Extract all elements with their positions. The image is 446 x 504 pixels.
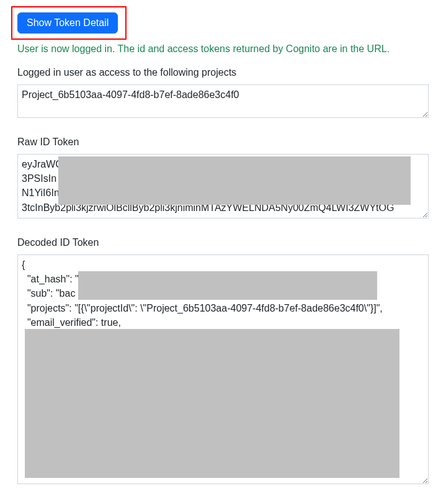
decoded-id-token-textarea[interactable]: [17, 254, 429, 484]
decoded-id-token-label: Decoded ID Token: [17, 237, 429, 248]
raw-id-token-textarea[interactable]: [17, 154, 429, 218]
projects-label: Logged in user as access to the followin…: [17, 67, 429, 78]
login-status-message: User is now logged in. The id and access…: [17, 43, 429, 55]
raw-id-token-label: Raw ID Token: [17, 137, 429, 148]
projects-field-wrap: [17, 84, 429, 120]
highlight-annotation: Show Token Detail: [11, 6, 127, 40]
projects-textarea[interactable]: [17, 84, 429, 118]
decoded-id-token-field-wrap: [17, 254, 429, 487]
raw-id-token-field-wrap: [17, 154, 429, 221]
show-token-detail-button[interactable]: Show Token Detail: [17, 12, 118, 34]
